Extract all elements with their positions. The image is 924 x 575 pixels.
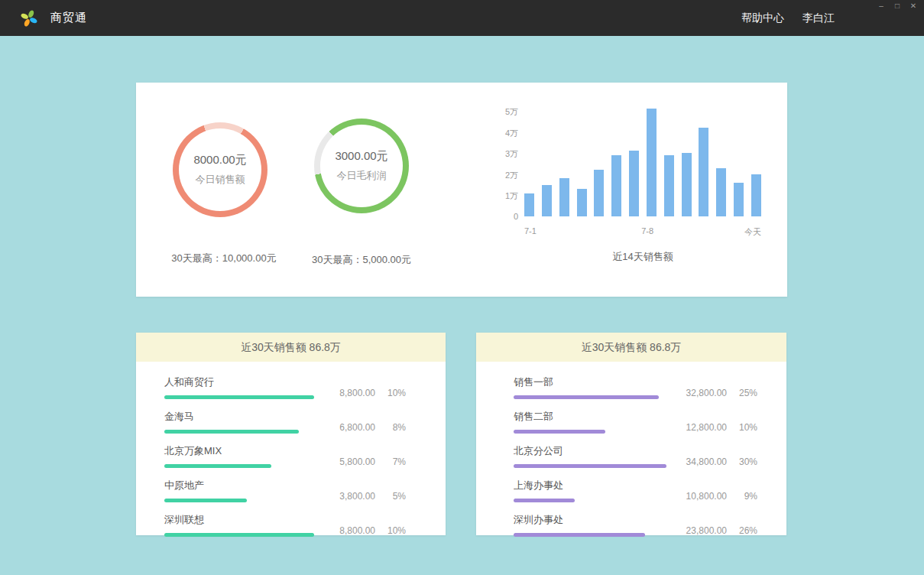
item-progress-bar (514, 533, 645, 537)
item-progress-bar (164, 430, 299, 434)
y-tick-label: 0 (514, 212, 518, 221)
item-amount: 8,800.00 (328, 388, 375, 398)
item-progress-bar (164, 499, 247, 502)
app-logo-icon (20, 9, 38, 28)
item-progress-bar (164, 533, 314, 537)
list-item: 上海办事处10,800.009% (514, 479, 757, 502)
app-title: 商贸通 (50, 11, 87, 25)
chart-bar (716, 168, 726, 216)
chart-y-axis: 5万4万3万2万1万0 (472, 106, 518, 221)
item-name: 深圳联想 (164, 513, 317, 527)
today-sales-ring-center: 8000.00元 今日销售额 (193, 153, 246, 187)
item-amount: 23,800.00 (679, 525, 727, 536)
item-amount: 12,800.00 (679, 422, 727, 433)
user-name-link[interactable]: 李白江 (802, 11, 835, 25)
bar-chart-plot (524, 111, 761, 216)
list-item: 深圳联想8,800.0010% (164, 513, 406, 537)
item-progress-bar (164, 395, 314, 399)
titlebar-menu: 帮助中心 李白江 (741, 0, 835, 36)
app-window: 商贸通 帮助中心 李白江 – □ ✕ 8000.00元 今日销售额 30天最高：… (0, 0, 924, 575)
item-name: 深圳办事处 (514, 513, 666, 527)
departments-panel-body: 销售一部32,800.0025%销售二部12,800.0010%北京分公司34,… (476, 362, 786, 537)
customers-panel-body: 人和商贸行8,800.0010%金海马6,800.008%北京万象MIX5,80… (136, 362, 446, 537)
chart-bar (647, 109, 657, 216)
item-percent: 8% (384, 422, 406, 433)
chart-bar (682, 153, 692, 216)
today-profit-label: 今日毛利润 (335, 169, 387, 183)
customers-panel-title: 近30天销售额 86.8万 (136, 333, 446, 362)
item-percent: 10% (384, 388, 406, 398)
chart-bar (699, 128, 708, 216)
item-amount: 6,800.00 (328, 422, 375, 433)
today-profit-value: 3000.00元 (335, 149, 387, 164)
chart-bar (751, 174, 761, 216)
x-tick-label: 今天 (744, 226, 761, 238)
item-amount: 3,800.00 (328, 491, 375, 502)
item-amount: 8,800.00 (328, 525, 375, 536)
item-amount: 5,800.00 (328, 456, 375, 467)
list-item: 销售一部32,800.0025% (514, 375, 757, 399)
list-item: 金海马6,800.008% (164, 410, 406, 434)
departments-panel: 近30天销售额 86.8万 销售一部32,800.0025%销售二部12,800… (476, 333, 786, 535)
item-name: 销售二部 (514, 410, 666, 424)
item-name: 北京万象MIX (164, 444, 317, 458)
y-tick-label: 1万 (505, 190, 518, 202)
chart-bar (629, 151, 639, 216)
item-progress-bar (514, 464, 666, 468)
item-name: 销售一部 (514, 375, 666, 389)
y-tick-label: 5万 (505, 106, 518, 118)
list-item: 北京分公司34,800.0030% (514, 444, 757, 468)
item-percent: 10% (736, 422, 757, 433)
item-percent: 30% (736, 456, 757, 467)
y-tick-label: 4万 (505, 128, 518, 139)
chart-bar (664, 155, 674, 216)
x-tick-label: 7-8 (641, 226, 653, 236)
close-button[interactable]: ✕ (909, 2, 918, 11)
list-item: 深圳办事处23,800.0026% (514, 513, 757, 537)
customers-panel: 近30天销售额 86.8万 人和商贸行8,800.0010%金海马6,800.0… (136, 333, 446, 535)
chart-bar (594, 170, 604, 216)
item-percent: 26% (736, 525, 757, 536)
today-profit-ring: 3000.00元 今日毛利润 (314, 119, 409, 213)
chart-bar (542, 185, 552, 216)
today-profit-ring-center: 3000.00元 今日毛利润 (335, 149, 387, 183)
item-percent: 9% (736, 491, 757, 502)
chart-caption: 近14天销售额 (524, 250, 761, 264)
window-controls: – □ ✕ (877, 2, 918, 11)
today-sales-ring: 8000.00元 今日销售额 (173, 122, 267, 217)
item-progress-bar (514, 395, 659, 399)
today-sales-label: 今日销售额 (193, 173, 246, 187)
profit-30d-max: 30天最高：5,000.00元 (277, 253, 446, 267)
item-percent: 10% (384, 525, 406, 536)
chart-bar (611, 155, 621, 216)
item-amount: 34,800.00 (679, 456, 727, 467)
list-item: 中原地产3,800.005% (164, 479, 406, 502)
today-sales-value: 8000.00元 (193, 153, 246, 167)
item-percent: 25% (736, 388, 757, 398)
chart-x-axis: 7-1 7-8 今天 (524, 226, 761, 237)
item-percent: 7% (384, 456, 406, 467)
item-name: 中原地产 (164, 479, 317, 492)
y-tick-label: 3万 (505, 148, 518, 160)
maximize-button[interactable]: □ (893, 2, 902, 11)
chart-bar (559, 178, 569, 216)
item-progress-bar (164, 464, 271, 468)
chart-bar (577, 189, 587, 216)
item-name: 上海办事处 (514, 479, 666, 492)
chart-bar (524, 193, 534, 216)
item-name: 人和商贸行 (164, 375, 317, 389)
help-center-link[interactable]: 帮助中心 (741, 11, 784, 25)
minimize-button[interactable]: – (877, 2, 886, 11)
y-tick-label: 2万 (505, 170, 518, 181)
list-item: 北京万象MIX5,800.007% (164, 444, 406, 468)
list-item: 人和商贸行8,800.0010% (164, 375, 406, 399)
titlebar: 商贸通 帮助中心 李白江 – □ ✕ (0, 0, 924, 36)
chart-bar (734, 183, 744, 216)
x-tick-label: 7-1 (524, 226, 537, 236)
item-amount: 32,800.00 (679, 388, 727, 398)
item-percent: 5% (384, 491, 406, 502)
departments-panel-title: 近30天销售额 86.8万 (476, 333, 786, 362)
summary-card: 8000.00元 今日销售额 30天最高：10,000.00元 3000.00元… (136, 83, 787, 297)
item-progress-bar (514, 499, 575, 502)
item-progress-bar (514, 430, 605, 434)
